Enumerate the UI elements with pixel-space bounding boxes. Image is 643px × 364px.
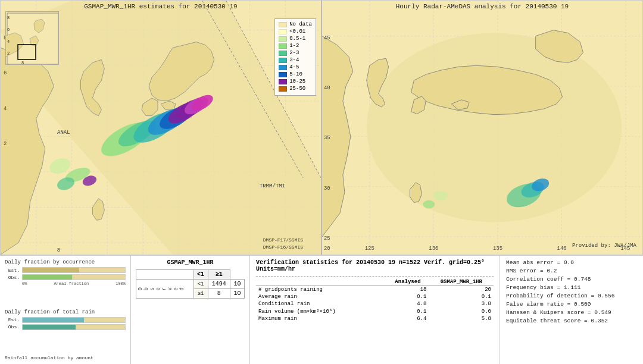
svg-text:20: 20 xyxy=(324,246,330,252)
bottom-row: Daily fraction by occurrence Est. Obs. 0… xyxy=(0,256,643,364)
est-rain-track xyxy=(22,317,126,323)
legend-swatch-1-2 xyxy=(279,43,287,49)
verif-analysed-3: 0.1 xyxy=(386,307,429,315)
verif-header-row: Analysed GSMAP_MWR_1HR xyxy=(256,278,494,286)
legend-item-3-4: 3-4 xyxy=(279,57,312,63)
verif-title: Verification statistics for 20140530 19 … xyxy=(256,259,494,272)
anal-label: ANAL xyxy=(57,130,70,136)
provider-label: Provided by: JWA/JMA xyxy=(572,243,636,249)
stat-7: Equitable threat score = 0.352 xyxy=(506,318,637,324)
verif-label-1: Average rain xyxy=(256,293,386,300)
stat-6: Hanssen & Kuipers score = 0.549 xyxy=(506,309,637,316)
cont-row-label-2: ≥1 xyxy=(193,289,208,299)
legend-swatch-10-25 xyxy=(279,79,287,84)
left-map-title: GSMAP_MWR_1HR estimates for 20140530 19 xyxy=(84,3,237,10)
stat-2: Correlation coeff = 0.748 xyxy=(506,276,637,283)
verif-label-4: Maximum rain xyxy=(256,315,386,322)
cont-cell-10: 8 xyxy=(208,289,230,299)
stats-panel: Mean abs error = 0.0 RMS error = 0.2 Cor… xyxy=(500,256,643,364)
svg-text:130: 130 xyxy=(429,246,438,252)
cont-col-header-1: <1 xyxy=(193,270,208,280)
obs-rain-track xyxy=(22,324,126,330)
dmsp-f17-label: DMSP-F17/SSMIS xyxy=(263,237,303,243)
occurrence-title: Daily fraction by occurrence xyxy=(5,259,126,265)
verif-gsmap-4: 5.8 xyxy=(429,315,494,322)
svg-text:8: 8 xyxy=(57,247,60,253)
legend-swatch-3-4 xyxy=(279,58,287,63)
right-map-title: Hourly Radar-AMeDAS analysis for 2014053… xyxy=(396,3,569,10)
verif-table: Analysed GSMAP_MWR_1HR # gridpoints rain… xyxy=(256,278,494,322)
legend-swatch-05-1 xyxy=(279,36,287,42)
est-rain-bar-row: Est. xyxy=(5,317,126,323)
svg-text:125: 125 xyxy=(365,246,374,252)
cont-cell-00: 1494 xyxy=(208,280,230,289)
trmm-label: TRMM/TMI xyxy=(260,183,285,189)
verif-row-2: Conditional rain 4.8 3.8 xyxy=(256,300,494,307)
right-map-panel: Hourly Radar-AMeDAS analysis for 2014053… xyxy=(322,0,643,255)
verif-label-0: # gridpoints raining xyxy=(256,286,386,294)
verif-gsmap-0: 20 xyxy=(429,286,494,294)
legend-item-05-1: 0.5-1 xyxy=(279,36,312,42)
inset-map-svg: 8 6 4 2 8 xyxy=(6,12,59,65)
obs-occurrence-bar-row: Obs. xyxy=(5,274,126,280)
verif-row-0: # gridpoints raining 18 20 xyxy=(256,286,494,294)
maps-row: GSMAP_MWR_1HR estimates for 20140530 19 xyxy=(0,0,643,256)
est-occurrence-track xyxy=(22,267,126,273)
est-occurrence-bar-row: Est. xyxy=(5,267,126,273)
verif-col-analysed: Analysed xyxy=(386,278,429,286)
svg-point-58 xyxy=(433,191,448,200)
legend-swatch-4-5 xyxy=(279,65,287,70)
svg-text:4: 4 xyxy=(4,106,7,112)
charts-panel: Daily fraction by occurrence Est. Obs. 0… xyxy=(0,256,131,364)
svg-point-54 xyxy=(367,33,622,222)
obs-rain-fill xyxy=(23,325,76,330)
obs-label: Obs. xyxy=(5,275,20,280)
obs-rain-bar-row: Obs. xyxy=(5,324,126,330)
rain-title: Daily fraction of total rain xyxy=(5,309,126,315)
cont-cell-01: 10 xyxy=(230,280,245,289)
svg-point-59 xyxy=(423,200,435,209)
svg-text:6: 6 xyxy=(4,70,7,76)
contingency-title: GSMAP_MWR_1HR xyxy=(136,259,245,266)
svg-text:8: 8 xyxy=(7,15,10,20)
rain-chart: Daily fraction of total rain Est. Obs. xyxy=(5,309,126,331)
legend-swatch-2-3 xyxy=(279,51,287,56)
svg-text:45: 45 xyxy=(324,35,330,41)
verif-label-2: Conditional rain xyxy=(256,300,386,307)
legend-item-1-2: 1-2 xyxy=(279,43,312,49)
legend-item-2-3: 2-3 xyxy=(279,50,312,56)
svg-text:135: 135 xyxy=(493,246,502,252)
contingency-table: <1 ≥1 Observed <1 1494 10 ≥1 xyxy=(136,269,245,299)
cont-row-label-1: <1 xyxy=(193,280,208,289)
verif-analysed-4: 6.4 xyxy=(386,315,429,322)
est-rain-label: Est. xyxy=(5,317,20,322)
verif-col-metric xyxy=(256,278,386,286)
svg-text:8: 8 xyxy=(21,61,24,65)
svg-text:30: 30 xyxy=(324,186,330,192)
est-occurrence-fill xyxy=(23,268,79,272)
svg-text:6: 6 xyxy=(7,27,10,32)
svg-text:25: 25 xyxy=(324,236,330,241)
obs-rain-label: Obs. xyxy=(5,324,20,330)
verif-label-3: Rain volume (mm×km²×10⁶) xyxy=(256,307,386,315)
svg-text:140: 140 xyxy=(557,246,567,252)
legend-swatch-001 xyxy=(279,29,287,34)
legend: No data <0.01 0.5-1 1-2 2-3 xyxy=(274,18,316,96)
legend-item-5-10: 5-10 xyxy=(279,71,312,77)
svg-text:35: 35 xyxy=(324,135,330,141)
verif-analysed-2: 4.8 xyxy=(386,300,429,307)
verif-analysed-0: 18 xyxy=(386,286,429,294)
est-label: Est. xyxy=(5,268,20,273)
main-container: GSMAP_MWR_1HR estimates for 20140530 19 xyxy=(0,0,643,364)
legend-swatch-nodata xyxy=(279,22,287,27)
verif-col-gsmap: GSMAP_MWR_1HR xyxy=(429,278,494,286)
legend-item-nodata: No data xyxy=(279,21,312,27)
verif-gsmap-1: 0.1 xyxy=(429,293,494,300)
cont-obs-label-row: Observed <1 1494 10 xyxy=(136,280,245,289)
legend-swatch-5-10 xyxy=(279,72,287,77)
est-rain-fill xyxy=(23,318,84,322)
legend-swatch-25-50 xyxy=(279,86,287,92)
rainfall-note: Rainfall accumulation by amount xyxy=(5,355,126,360)
svg-text:4: 4 xyxy=(7,39,10,44)
right-map-svg: 45 40 35 30 25 125 130 135 140 145 20 xyxy=(322,1,642,255)
